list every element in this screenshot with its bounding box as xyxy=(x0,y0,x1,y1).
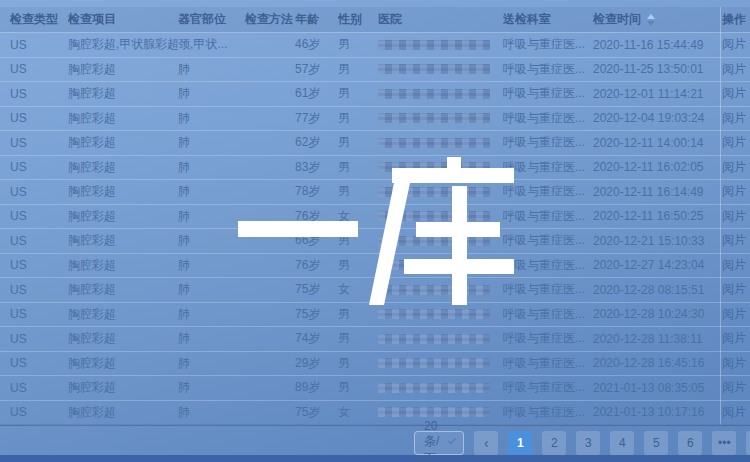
cell-age: 89岁 xyxy=(295,379,338,396)
cell-age: 74岁 xyxy=(295,330,338,347)
cell-organ: 肺 xyxy=(178,134,245,151)
cell-exam-time: 2021-01-13 10:17:16 xyxy=(593,405,722,419)
view-image-link[interactable]: 阅片 xyxy=(722,404,750,421)
cell-organ: 肺 xyxy=(178,257,245,274)
column-header-item: 检查项目 xyxy=(68,11,178,28)
table-row: US 胸腔彩超 肺 83岁 男 呼吸与重症医... 2020-12-11 16:… xyxy=(0,156,750,181)
view-image-link[interactable]: 阅片 xyxy=(722,61,750,78)
cell-hospital xyxy=(378,407,503,417)
table-row: US 胸腔彩超 肺 77岁 男 呼吸与重症医... 2020-12-04 19:… xyxy=(0,107,750,132)
view-image-link[interactable]: 阅片 xyxy=(722,183,750,200)
cell-hospital xyxy=(378,236,503,246)
cell-exam-item: 胸腔彩超 xyxy=(68,61,178,78)
cell-organ: 肺 xyxy=(178,159,245,176)
cell-exam-type: US xyxy=(10,160,68,174)
cell-hospital xyxy=(378,383,503,393)
view-image-link[interactable]: 阅片 xyxy=(722,330,750,347)
cell-exam-type: US xyxy=(10,405,68,419)
cell-exam-time: 2020-12-11 16:50:25 xyxy=(593,209,722,223)
page-button-5[interactable]: 5 xyxy=(644,431,668,455)
cell-exam-time: 2020-12-11 16:02:05 xyxy=(593,160,722,174)
column-label: 年龄 xyxy=(295,11,319,28)
cell-exam-item: 胸腔彩超 xyxy=(68,257,178,274)
cell-age: 76岁 xyxy=(295,257,338,274)
page-button-1[interactable]: 1 xyxy=(508,431,532,455)
cell-hospital xyxy=(378,89,503,99)
cell-gender: 男 xyxy=(338,61,378,78)
cell-age: 57岁 xyxy=(295,61,338,78)
cell-hospital xyxy=(378,285,503,295)
cell-age: 83岁 xyxy=(295,159,338,176)
cell-organ: 肺 xyxy=(178,85,245,102)
cell-department: 呼吸与重症医... xyxy=(503,232,593,249)
cell-gender: 男 xyxy=(338,355,378,372)
column-label: 检查类型 xyxy=(10,11,58,28)
column-label: 检查时间 xyxy=(593,11,641,28)
cell-exam-type: US xyxy=(10,111,68,125)
page-button-3[interactable]: 3 xyxy=(576,431,600,455)
cell-exam-type: US xyxy=(10,136,68,150)
prev-page-button[interactable]: ‹ xyxy=(474,431,498,455)
cell-hospital xyxy=(378,113,503,123)
view-image-link[interactable]: 阅片 xyxy=(722,232,750,249)
view-image-link[interactable]: 阅片 xyxy=(722,281,750,298)
cell-age: 75岁 xyxy=(295,306,338,323)
view-image-link[interactable]: 阅片 xyxy=(722,36,750,53)
view-image-link[interactable]: 阅片 xyxy=(722,379,750,396)
view-image-link[interactable]: 阅片 xyxy=(722,110,750,127)
table-row: US 胸腔彩超 肺 74岁 男 呼吸与重症医... 2020-12-28 11:… xyxy=(0,327,750,352)
cell-department: 呼吸与重症医... xyxy=(503,85,593,102)
column-header-time[interactable]: 检查时间 xyxy=(593,11,722,28)
column-label: 医院 xyxy=(378,11,402,28)
table-row: US 胸腔彩超 肺 66岁 男 呼吸与重症医... 2020-12-21 15:… xyxy=(0,229,750,254)
column-label: 送检科室 xyxy=(503,11,551,28)
redacted-hospital-blur xyxy=(378,211,490,221)
page-button-16[interactable]: 16 xyxy=(746,431,750,455)
cell-exam-item: 胸腔彩超 xyxy=(68,85,178,102)
cell-hospital xyxy=(378,211,503,221)
table-body: US 胸腔彩超,甲状腺彩超 颈,甲状... 46岁 男 呼吸与重症医... 20… xyxy=(0,33,750,425)
cell-gender: 男 xyxy=(338,159,378,176)
page-button-4[interactable]: 4 xyxy=(610,431,634,455)
cell-organ: 肺 xyxy=(178,232,245,249)
cell-exam-item: 胸腔彩超 xyxy=(68,183,178,200)
cell-department: 呼吸与重症医... xyxy=(503,281,593,298)
page-more-button[interactable]: ••• xyxy=(712,431,736,455)
view-image-link[interactable]: 阅片 xyxy=(722,306,750,323)
cell-exam-type: US xyxy=(10,87,68,101)
pagination: 20条/页 ‹ 123456•••16 xyxy=(414,431,750,455)
table-row: US 胸腔彩超 肺 89岁 男 呼吸与重症医... 2021-01-13 08:… xyxy=(0,376,750,401)
cell-exam-type: US xyxy=(10,185,68,199)
cell-hospital xyxy=(378,334,503,344)
page-size-select[interactable]: 20条/页 xyxy=(414,431,464,455)
app-screen: 检查类型检查项目器官部位检查方法年龄性别医院送检科室检查时间操作 US 胸腔彩超… xyxy=(0,0,750,462)
view-image-link[interactable]: 阅片 xyxy=(722,208,750,225)
sort-caret-icon[interactable] xyxy=(647,14,655,26)
cell-department: 呼吸与重症医... xyxy=(503,330,593,347)
column-header-organ: 器官部位 xyxy=(178,11,245,28)
cell-age: 66岁 xyxy=(295,232,338,249)
redacted-hospital-blur xyxy=(378,89,490,99)
redacted-hospital-blur xyxy=(378,260,490,270)
cell-department: 呼吸与重症医... xyxy=(503,355,593,372)
page-button-6[interactable]: 6 xyxy=(678,431,702,455)
cell-age: 61岁 xyxy=(295,85,338,102)
cell-exam-time: 2020-12-04 19:03:24 xyxy=(593,111,722,125)
redacted-hospital-blur xyxy=(378,40,490,50)
view-image-link[interactable]: 阅片 xyxy=(722,85,750,102)
column-header-type: 检查类型 xyxy=(10,11,68,28)
page-button-2[interactable]: 2 xyxy=(542,431,566,455)
view-image-link[interactable]: 阅片 xyxy=(722,159,750,176)
redacted-hospital-blur xyxy=(378,113,490,123)
cell-hospital xyxy=(378,260,503,270)
cell-exam-time: 2020-12-27 14:23:04 xyxy=(593,258,722,272)
cell-gender: 男 xyxy=(338,379,378,396)
cell-exam-item: 胸腔彩超 xyxy=(68,379,178,396)
view-image-link[interactable]: 阅片 xyxy=(722,355,750,372)
cell-exam-time: 2020-11-16 15:44:49 xyxy=(593,38,722,52)
table-row: US 胸腔彩超 肺 75岁 女 呼吸与重症医... 2021-01-13 10:… xyxy=(0,401,750,426)
cell-department: 呼吸与重症医... xyxy=(503,404,593,421)
cell-exam-item: 胸腔彩超 xyxy=(68,232,178,249)
view-image-link[interactable]: 阅片 xyxy=(722,257,750,274)
view-image-link[interactable]: 阅片 xyxy=(722,134,750,151)
